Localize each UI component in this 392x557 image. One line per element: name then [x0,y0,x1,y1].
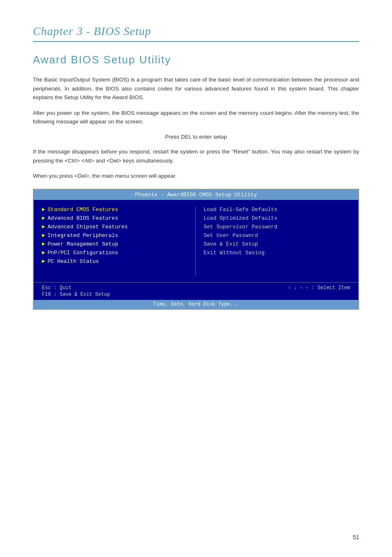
arrow-icon: ► [42,258,45,265]
bios-right-item: Save & Exit Setup [204,241,350,247]
bios-footer: Esc : Quit F10 : Save & Exit Setup ↑ ↓ →… [34,282,358,300]
bios-left-item: ►Standard CMOS Features [42,207,189,213]
section-title: Award BIOS Setup Utility [33,53,359,66]
bios-left-item: ►Advanced BIOS Features [42,215,189,221]
page-number: 51 [353,534,359,541]
arrow-icon: ► [42,250,45,256]
arrow-icon: ► [42,215,45,221]
chapter-divider [33,41,359,42]
bios-left-item: ►PnP/PCI Configurations [42,250,189,256]
bios-left-item: ►PC Health Status [42,258,189,265]
paragraph-1: The Basic Input/Output System (BIOS) is … [33,75,359,102]
centered-message: Press DEL to enter setup [33,134,359,140]
arrow-icon: ► [42,224,45,230]
bios-status-bar: Time, Date, Hard Disk Type... [34,300,358,309]
bios-right-item: Load Fail-Safe Defaults [204,207,350,213]
bios-title-bar: Phoenix - AwardBIOS CMOS Setup Utility [34,190,358,200]
paragraph-4: When you press <Del>, the main menu scre… [33,172,359,181]
arrow-icon: ► [42,241,45,247]
bios-right-item: Exit Without Saving [204,250,350,256]
bios-left-item: ►Power Management Setup [42,241,189,247]
chapter-title: Chapter 3 - BIOS Setup [33,25,359,38]
bios-screen: Phoenix - AwardBIOS CMOS Setup Utility ►… [33,189,359,310]
footer-f10: F10 : Save & Exit Setup [42,292,110,297]
footer-esc: Esc : Quit [42,285,110,291]
bios-right-item: Set User Password [204,232,350,239]
paragraph-2: After you power up the system, the BIOS … [33,109,359,126]
footer-nav: ↑ ↓ → ← : Select Item [288,285,350,297]
arrow-icon: ► [42,232,45,239]
bios-right-item: Load Optimized Defaults [204,215,350,221]
bios-left-item: ►Integrated Peripherals [42,232,189,239]
bios-footer-left: Esc : Quit F10 : Save & Exit Setup [42,285,110,297]
bios-right-panel: Load Fail-Safe DefaultsLoad Optimized De… [204,207,350,276]
bios-right-item: Set Supervisor Password [204,224,350,230]
paragraph-3: If the message disappears before you res… [33,147,359,165]
bios-left-item: ►Advanced Chipset Features [42,224,189,230]
bios-content: ►Standard CMOS Features►Advanced BIOS Fe… [34,200,358,282]
arrow-icon: ► [42,207,45,213]
bios-left-panel: ►Standard CMOS Features►Advanced BIOS Fe… [42,207,196,276]
